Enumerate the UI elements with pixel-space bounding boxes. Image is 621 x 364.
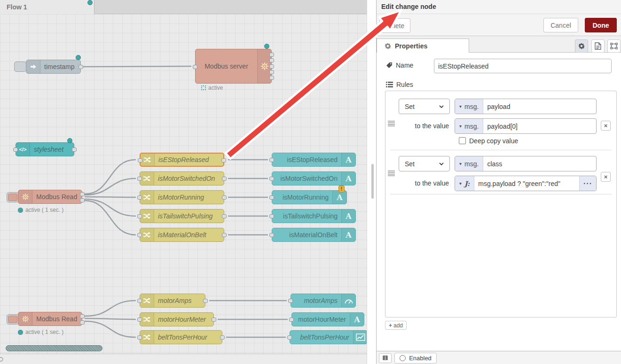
input-port[interactable] [287,335,292,340]
node-ui-belttonsperhour[interactable]: beltTonsPerHour [290,330,367,344]
input-port[interactable] [289,318,294,322]
node-ui-ismotorswitchedon[interactable]: isMotorSwitchedOn A [272,171,356,186]
rule-value-input[interactable]: ▾msg. payload[0] [455,118,597,134]
output-port[interactable] [212,318,216,322]
rule-property-input[interactable]: ▾msg. payload [455,99,597,114]
property-value[interactable]: class [483,156,596,171]
output-port[interactable] [269,53,274,57]
property-value[interactable]: payload [483,99,596,114]
node-ui-ismaterialonbelt[interactable]: isMaterialOnBelt A [272,228,356,242]
input-port[interactable] [13,147,18,152]
input-port[interactable] [288,299,293,303]
input-port[interactable] [137,233,142,237]
rule-value-input[interactable]: ▾J: msg.payload ? "green":"red" ··· [455,176,597,191]
output-port[interactable] [221,158,226,163]
output-port[interactable] [269,70,274,74]
remove-rule-button[interactable]: × [601,121,611,131]
output-port[interactable] [80,314,85,318]
tab-properties[interactable]: Properties [377,39,469,53]
output-port[interactable] [80,320,85,325]
node-timestamp[interactable]: timestamp [26,60,81,74]
inject-button[interactable] [14,62,26,72]
node-change-belttonsperhour[interactable]: beltTonsPerHour [140,330,222,344]
output-port[interactable] [269,76,274,80]
node-button[interactable] [7,192,19,202]
node-change-ismotorrunning[interactable]: isMotorRunning [140,190,224,204]
input-port[interactable] [137,335,142,340]
output-port[interactable] [269,58,274,62]
done-button[interactable]: Done [585,18,617,32]
type-select-button[interactable]: ▾msg. [455,156,483,171]
flow-canvas[interactable]: timestamp Modbus server active </> style… [0,0,367,364]
node-change-ismotorswitchedon[interactable]: isMotorSwitchedOn [140,171,224,186]
output-port[interactable] [269,64,274,69]
value-text[interactable]: msg.payload ? "green":"red" [474,176,579,191]
output-port[interactable] [80,198,85,202]
node-change-istailswitchpulsing[interactable]: isTailswitchPulsing [140,209,224,223]
input-port[interactable] [269,214,274,218]
input-port[interactable] [193,65,197,69]
input-port[interactable] [137,318,142,322]
node-ui-motoramps[interactable]: motorAmps [291,294,356,308]
value-text[interactable]: payload[0] [483,119,596,133]
input-port[interactable] [138,158,142,163]
rule-property-input[interactable]: ▾msg. class [455,156,597,171]
change-icon [140,294,154,307]
tab-flow-1[interactable]: Flow 1 [0,0,94,14]
changed-dot [87,0,93,5]
chevron-down-icon [439,105,444,108]
enabled-toggle[interactable]: Enabled [394,353,437,364]
node-info-button[interactable] [379,353,392,363]
node-change-motorhourmeter[interactable]: motorHourMeter [140,312,214,326]
rule-action-select[interactable]: Set [399,156,450,171]
output-port[interactable] [222,233,227,237]
node-ui-isestopreleased[interactable]: isEStopReleased A [272,153,356,167]
node-modbus-read-1[interactable]: Modbus Read [18,190,82,204]
node-modbus-server[interactable]: Modbus server [195,49,272,84]
node-ui-ismotorrunning[interactable]: isMotorRunning A [272,190,347,204]
tag-icon [386,62,393,69]
node-change-motoramps[interactable]: motorAmps [140,294,205,308]
horizontal-scrollbar[interactable] [6,345,102,351]
node-change-isestopreleased[interactable]: isEStopReleased [140,153,224,167]
edit-form: Name Rules Set ▾msg. payload to the valu… [377,53,621,351]
output-port[interactable] [222,177,227,181]
deep-copy-checkbox[interactable] [459,137,466,144]
node-ui-istailswitchpulsing[interactable]: isTailswitchPulsing A [272,209,356,223]
type-select-button[interactable]: ▾msg. [455,119,483,133]
output-port[interactable] [222,214,227,218]
input-port[interactable] [269,233,274,237]
node-label: isTailswitchPulsing [272,212,341,220]
appearance-view-button[interactable] [607,39,621,53]
node-change-ismaterialonbelt[interactable]: isMaterialOnBelt [140,228,224,242]
output-port[interactable] [72,147,77,152]
input-port[interactable] [269,195,274,200]
remove-rule-button[interactable]: × [601,172,611,182]
input-port[interactable] [137,195,142,200]
output-port[interactable] [220,335,225,340]
vertical-scrollbar[interactable] [371,164,374,199]
add-rule-button[interactable]: + add [385,321,407,330]
rule-action-select[interactable]: Set [399,99,450,114]
output-port[interactable] [222,195,227,200]
output-port[interactable] [79,65,83,69]
cancel-button[interactable]: Cancel [543,18,578,32]
delete-button[interactable]: Delete [379,18,410,33]
output-port[interactable] [203,299,208,303]
description-view-button[interactable] [591,39,605,53]
node-ui-motorhourmeter[interactable]: motorHourMeter A [291,312,364,326]
input-port[interactable] [269,177,274,181]
input-port[interactable] [137,214,142,218]
node-modbus-read-2[interactable]: Modbus Read [18,312,82,326]
input-port[interactable] [269,158,274,162]
type-select-button[interactable]: ▾J: [455,176,474,191]
node-button[interactable] [7,314,19,325]
output-port[interactable] [80,192,85,196]
expand-expression-button[interactable]: ··· [579,176,596,191]
properties-view-button[interactable] [575,39,588,53]
node-stylesheet[interactable]: </> stylesheet [16,142,74,156]
type-select-button[interactable]: ▾msg. [455,99,483,114]
input-port[interactable] [137,177,142,181]
input-port[interactable] [137,299,142,303]
name-input[interactable] [434,59,612,73]
